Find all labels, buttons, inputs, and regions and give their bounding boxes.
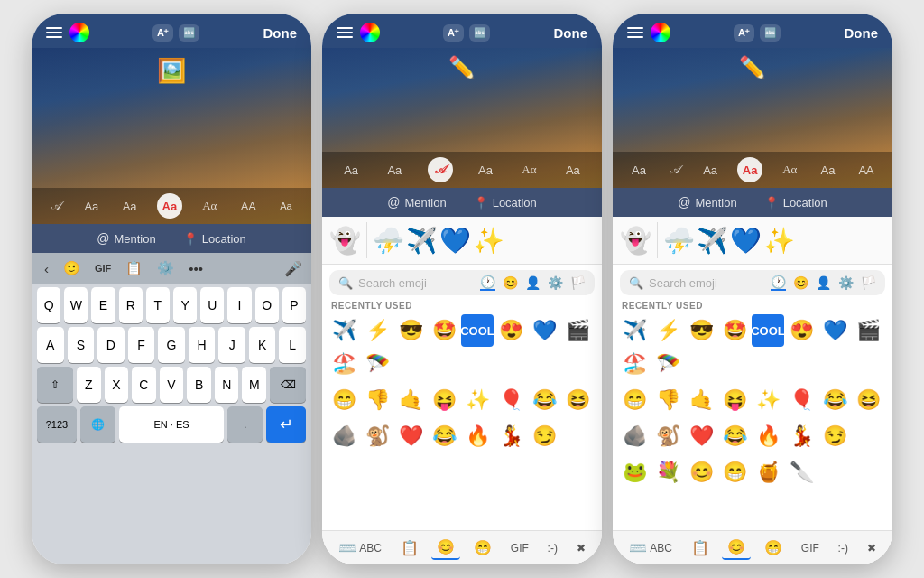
key-space[interactable]: EN · ES bbox=[119, 406, 224, 443]
tab-clock[interactable]: 🕐 bbox=[480, 275, 495, 291]
font-style-cursive[interactable]: 𝒜 bbox=[47, 197, 64, 215]
fs3-cursive[interactable]: 𝒜 bbox=[666, 161, 683, 179]
key-A[interactable]: A bbox=[37, 327, 64, 363]
key-X[interactable]: X bbox=[105, 367, 129, 403]
key-U[interactable]: U bbox=[200, 287, 224, 323]
bottom-abc-2[interactable]: ⌨️ ABC bbox=[333, 536, 387, 559]
mic-btn[interactable]: 🎤 bbox=[284, 260, 302, 277]
emoji-smirk-3[interactable]: 😏 bbox=[818, 420, 851, 452]
tab-flag[interactable]: 🏳️ bbox=[570, 275, 586, 290]
emoji-monkey-3[interactable]: 🐒 bbox=[651, 420, 684, 452]
emoji-frog-3[interactable]: 🐸 bbox=[618, 456, 651, 489]
font-size-button[interactable]: A⁺ bbox=[152, 24, 173, 42]
hamburger-icon[interactable] bbox=[46, 27, 62, 38]
fs3-aa3[interactable]: Aa bbox=[818, 162, 839, 179]
done-button-3[interactable]: Done bbox=[844, 25, 878, 41]
emoji-grin2-3[interactable]: 😁 bbox=[718, 456, 751, 489]
key-P[interactable]: P bbox=[282, 287, 306, 323]
gif-btn[interactable]: GIF bbox=[91, 261, 115, 275]
emoji-heart-3[interactable]: ❤️ bbox=[685, 420, 717, 452]
emoji-heart[interactable]: ❤️ bbox=[394, 420, 427, 452]
key-W[interactable]: W bbox=[64, 287, 88, 323]
tab-clock-3[interactable]: 🕐 bbox=[771, 275, 786, 291]
color-wheel-icon[interactable] bbox=[69, 23, 89, 42]
emoji-fire[interactable]: 🔥 bbox=[461, 420, 494, 452]
key-J[interactable]: J bbox=[218, 327, 245, 363]
font-style-active[interactable]: Aa bbox=[157, 193, 182, 219]
key-D[interactable]: D bbox=[97, 327, 125, 363]
emoji-sunglasses[interactable]: 😎 bbox=[394, 314, 427, 347]
fs2-cursive[interactable]: 𝒜 bbox=[428, 157, 453, 182]
emoji-search-2[interactable]: 🔍 Search emoji 🕐 😊 👤 ⚙️ 🏳️ bbox=[329, 270, 595, 295]
location-btn-1[interactable]: 📍 Location bbox=[183, 232, 246, 246]
bottom-text-2[interactable]: :-) bbox=[542, 539, 563, 557]
emoji-paraglide[interactable]: 🪂 bbox=[361, 348, 393, 380]
hamburger-icon-3[interactable] bbox=[627, 27, 643, 38]
bottom-close-3[interactable]: ✖ bbox=[862, 539, 882, 557]
emoji-plane[interactable]: ✈️ bbox=[328, 314, 360, 347]
sticker-plane[interactable]: ✈️ bbox=[406, 226, 438, 256]
emoji-search-3[interactable]: 🔍 Search emoji 🕐 😊 👤 ⚙️ 🏳️ bbox=[620, 270, 885, 295]
emoji-knife-3[interactable]: 🔪 bbox=[785, 456, 818, 489]
emoji-tongue[interactable]: 😝 bbox=[428, 384, 460, 416]
key-Q[interactable]: Q bbox=[37, 287, 60, 323]
emoji-tongue-3[interactable]: 😝 bbox=[718, 384, 751, 416]
back-btn[interactable]: ‹ bbox=[41, 259, 52, 278]
mention-btn-2[interactable]: @ Mention bbox=[387, 195, 446, 210]
emoji-beach[interactable]: 🏖️ bbox=[328, 348, 360, 380]
emoji-fire-3[interactable]: 🔥 bbox=[752, 420, 784, 452]
sticker-ghost[interactable]: 👻 bbox=[329, 226, 361, 256]
fs2-aa2[interactable]: Aa bbox=[383, 162, 405, 179]
emoji-rock-3[interactable]: 🪨 bbox=[618, 420, 651, 452]
key-shift[interactable]: ⇧ bbox=[37, 367, 73, 403]
tab-smiley-3[interactable]: 😊 bbox=[793, 275, 808, 290]
emoji-dancer-3[interactable]: 💃 bbox=[785, 420, 818, 452]
emoji-starstruck-3[interactable]: 🤩 bbox=[718, 314, 751, 347]
fs3-AA[interactable]: AA bbox=[855, 162, 877, 179]
bottom-emoji-2[interactable]: 😊 bbox=[431, 536, 460, 560]
emoji-sunglasses-3[interactable]: 😎 bbox=[685, 314, 717, 347]
emoji-movie[interactable]: 🎬 bbox=[561, 314, 594, 347]
sticker-rain[interactable]: ⛈️ bbox=[373, 226, 404, 256]
emoji-cool-badge-3[interactable]: COOL bbox=[752, 314, 784, 347]
emoji-thumbsdown[interactable]: 👎 bbox=[361, 384, 393, 416]
emoji-callme[interactable]: 🤙 bbox=[394, 384, 427, 416]
emoji-dancer[interactable]: 💃 bbox=[494, 420, 527, 452]
bottom-text-3[interactable]: :-) bbox=[833, 539, 854, 557]
emoji-smile-3[interactable]: 😊 bbox=[685, 456, 717, 489]
emoji-rofl-3[interactable]: 😂 bbox=[818, 384, 851, 416]
key-C[interactable]: C bbox=[132, 367, 156, 403]
emoji-rofl[interactable]: 😂 bbox=[528, 384, 560, 416]
emoji-callme-3[interactable]: 🤙 bbox=[685, 384, 717, 416]
key-V[interactable]: V bbox=[160, 367, 184, 403]
emoji-smirk[interactable]: 😏 bbox=[528, 420, 560, 452]
more-btn[interactable]: ••• bbox=[185, 259, 207, 278]
emoji-beach-3[interactable]: 🏖️ bbox=[618, 348, 651, 380]
emoji-rock[interactable]: 🪨 bbox=[328, 420, 360, 452]
sticker-heart[interactable]: 💙 bbox=[439, 226, 471, 256]
key-G[interactable]: G bbox=[158, 327, 185, 363]
emoji-paraglide-3[interactable]: 🪂 bbox=[651, 348, 684, 380]
bottom-abc-3[interactable]: ⌨️ ABC bbox=[624, 536, 678, 559]
tab-person-3[interactable]: 👤 bbox=[816, 275, 831, 290]
font-size-button-3[interactable]: A⁺ bbox=[734, 24, 754, 42]
sticker-rain-3[interactable]: ⛈️ bbox=[663, 226, 695, 256]
translate-button-3[interactable]: 🔤 bbox=[760, 24, 781, 42]
key-E[interactable]: E bbox=[91, 287, 115, 323]
bottom-emoji2-3[interactable]: 😁 bbox=[759, 536, 788, 559]
location-btn-2[interactable]: 📍 Location bbox=[474, 196, 537, 210]
bottom-emoji-3[interactable]: 😊 bbox=[722, 536, 751, 560]
fs3-alpha[interactable]: Aα bbox=[779, 161, 800, 179]
emoji-btn[interactable]: 🙂 bbox=[60, 258, 84, 278]
fs2-aa3[interactable]: Aa bbox=[475, 162, 496, 179]
emoji-joy-3[interactable]: 😂 bbox=[718, 420, 751, 452]
key-N[interactable]: N bbox=[215, 367, 239, 403]
color-wheel-icon-2[interactable] bbox=[360, 23, 380, 42]
emoji-starstruck[interactable]: 🤩 bbox=[428, 314, 460, 347]
key-B[interactable]: B bbox=[187, 367, 211, 403]
emoji-blue-heart[interactable]: 💙 bbox=[528, 314, 560, 347]
emoji-grin[interactable]: 😁 bbox=[328, 384, 360, 416]
emoji-blue-heart-3[interactable]: 💙 bbox=[818, 314, 851, 347]
bottom-clip-2[interactable]: 📋 bbox=[395, 536, 424, 559]
key-O[interactable]: O bbox=[255, 287, 279, 323]
